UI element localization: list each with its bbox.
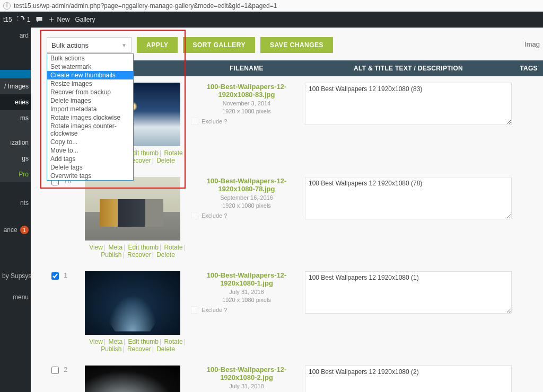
plus-icon: [48, 16, 55, 23]
sidebar-item-gallery[interactable]: [0, 70, 31, 78]
row-id: 2: [64, 366, 85, 392]
exclude-label: Exclude ?: [202, 118, 227, 124]
bulk-option[interactable]: Add tags: [47, 155, 133, 163]
sidebar-item-settings[interactable]: gs: [0, 150, 31, 166]
alt-text-input[interactable]: 100 Best Wallpapers 12 1920x1080 (83): [305, 83, 512, 125]
filename-link[interactable]: 100-Best-Wallpapers-12-1920x1080-78.jpg: [191, 177, 302, 193]
edit-thumb-link[interactable]: Edit thumb: [128, 338, 159, 345]
sidebar-item-dashboard[interactable]: ard: [0, 28, 31, 43]
bulk-actions-select[interactable]: Bulk actions ▼: [47, 37, 132, 53]
sidebar-item-blank1[interactable]: [0, 126, 31, 135]
url-input[interactable]: [14, 2, 540, 10]
exclude-checkbox[interactable]: [191, 118, 198, 125]
sidebar-item-supsystic[interactable]: by Supsystic: [0, 268, 31, 284]
updates-count: 1: [27, 16, 31, 23]
bulk-option[interactable]: Delete images: [47, 96, 133, 105]
table-row: 78 View| Meta| Edit thumb| Rotate| Publi…: [47, 171, 543, 265]
rotate-link[interactable]: Rotate: [164, 338, 182, 345]
file-date: July 31, 2018: [191, 289, 302, 295]
alt-text-input[interactable]: 100 Best Wallpapers 12 1920x1080 (78): [305, 177, 512, 219]
bulk-option[interactable]: Recover from backup: [47, 88, 133, 96]
thumbnail-image[interactable]: [85, 177, 180, 240]
sort-gallery-button[interactable]: SORT GALLERY: [183, 37, 255, 53]
bulk-actions-label: Bulk actions: [51, 41, 89, 49]
bulk-option[interactable]: Bulk actions: [47, 54, 133, 63]
row-actions: View| Meta| Edit thumb| Rotate| Publish|…: [85, 244, 191, 259]
images-count-label: Imag: [524, 40, 543, 48]
bulk-option[interactable]: Overwrite tags: [47, 172, 133, 180]
delete-link[interactable]: Delete: [156, 345, 175, 353]
bulk-option[interactable]: Create new thumbnails: [47, 71, 133, 79]
meta-link[interactable]: Meta: [108, 244, 122, 251]
refresh-icon: [17, 16, 25, 23]
edit-thumb-link[interactable]: Edit thumb: [128, 244, 159, 251]
admin-bar: t15 1 New Gallery: [0, 12, 543, 28]
meta-link[interactable]: Meta: [108, 338, 122, 345]
rotate-link[interactable]: Rotate: [164, 244, 182, 251]
sidebar-item-galleries[interactable]: eries: [0, 94, 31, 110]
table-row: 2 View| Meta| Edit thumb| Rotate| Publis…: [47, 359, 543, 392]
gallery-link[interactable]: Gallery: [75, 16, 95, 23]
exclude-checkbox[interactable]: [191, 306, 198, 314]
row-checkbox[interactable]: [51, 272, 59, 280]
bulk-option[interactable]: Set watermark: [47, 63, 133, 71]
bulk-option[interactable]: Copy to...: [47, 138, 133, 146]
alt-text-input[interactable]: 100 Best Wallpapers 12 1920x1080 (2): [305, 366, 512, 392]
th-tags: TAGS: [514, 65, 543, 72]
new-link[interactable]: New: [48, 16, 69, 23]
sidebar-item-comments[interactable]: nts: [0, 195, 31, 211]
file-date: September 16, 2016: [191, 194, 302, 201]
alt-text-input[interactable]: 100 Best Wallpapers 12 1920x1080 (1): [305, 271, 512, 314]
exclude-label: Exclude ?: [202, 212, 227, 219]
row-actions: View| Meta| Edit thumb| Rotate| Publish|…: [85, 338, 191, 353]
site-name-link[interactable]: t15: [3, 16, 12, 23]
main-content: Bulk actions ▼ APPLY SORT GALLERY SAVE C…: [31, 28, 543, 392]
row-id: 1: [64, 271, 85, 353]
sidebar-item-collapse[interactable]: menu: [0, 289, 31, 305]
sidebar-item-albums[interactable]: ms: [0, 110, 31, 126]
delete-link[interactable]: Delete: [156, 251, 175, 259]
thumbnail-image[interactable]: [85, 271, 180, 335]
delete-link[interactable]: Delete: [156, 157, 175, 164]
browser-urlbar: i: [0, 0, 543, 12]
bulk-option[interactable]: Rotate images counter-clockwise: [47, 122, 133, 138]
recover-link[interactable]: Recover: [127, 251, 151, 259]
bulk-actions-dropdown[interactable]: Bulk actionsSet watermarkCreate new thum…: [47, 54, 134, 181]
thumbnail-image[interactable]: [85, 366, 180, 392]
row-checkbox[interactable]: [51, 367, 59, 374]
sidebar-item-appearance[interactable]: ance 1: [0, 221, 31, 238]
publish-link[interactable]: Publish: [101, 345, 121, 353]
view-link[interactable]: View: [89, 338, 103, 345]
apply-button[interactable]: APPLY: [137, 37, 178, 53]
view-link[interactable]: View: [89, 244, 103, 251]
filename-link[interactable]: 100-Best-Wallpapers-12-1920x1080-2.jpg: [191, 366, 302, 381]
filename-link[interactable]: 100-Best-Wallpapers-12-1920x1080-1.jpg: [191, 271, 302, 287]
comment-icon: [36, 16, 43, 23]
save-changes-button[interactable]: SAVE CHANGES: [260, 37, 333, 53]
update-badge: 1: [20, 226, 29, 234]
file-dimensions: 1920 x 1080 pixels: [191, 202, 302, 209]
file-date: July 31, 2018: [191, 383, 302, 389]
sidebar-item-pro[interactable]: Pro: [0, 166, 31, 182]
row-id: 78: [64, 177, 85, 259]
recover-link[interactable]: Recover: [127, 345, 151, 353]
sidebar-item-images[interactable]: / Images: [0, 78, 31, 94]
bulk-option[interactable]: Resize images: [47, 79, 133, 88]
updates-link[interactable]: 1: [17, 16, 31, 23]
rotate-link[interactable]: Rotate: [164, 149, 182, 157]
filename-link[interactable]: 100-Best-Wallpapers-12-1920x1080-83.jpg: [191, 83, 302, 99]
admin-sidebar: ard / Images eries ms ization gs Pro nts…: [0, 28, 31, 392]
bulk-option[interactable]: Move to...: [47, 146, 133, 155]
exclude-checkbox[interactable]: [191, 212, 198, 219]
chevron-down-icon: ▼: [121, 42, 127, 48]
bulk-option[interactable]: Rotate images clockwise: [47, 113, 133, 122]
bulk-option[interactable]: Import metadata: [47, 105, 133, 113]
publish-link[interactable]: Publish: [101, 251, 121, 259]
new-label: New: [57, 16, 69, 23]
sidebar-item-customization[interactable]: ization: [0, 135, 31, 150]
info-icon: i: [3, 2, 11, 10]
th-filename: FILENAME: [191, 65, 302, 72]
bulk-option[interactable]: Delete tags: [47, 163, 133, 172]
file-dimensions: 1920 x 1080 pixels: [191, 297, 302, 303]
comments-link[interactable]: [36, 16, 43, 23]
